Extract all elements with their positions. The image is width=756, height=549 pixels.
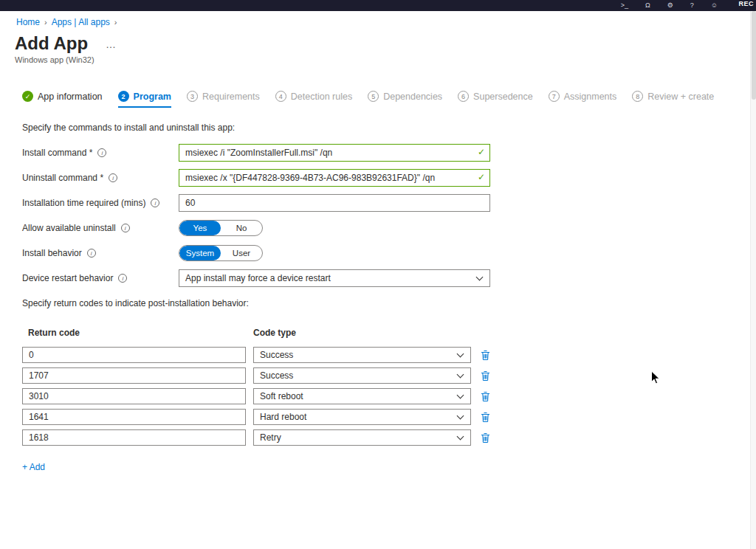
step-label: App information bbox=[38, 92, 103, 102]
step-number-icon: 6 bbox=[458, 91, 469, 102]
step-label: Assignments bbox=[564, 92, 617, 102]
allow-uninstall-label: Allow available uninstall i bbox=[22, 223, 179, 233]
return-codes-section-heading: Specify return codes to indicate post-in… bbox=[22, 298, 756, 308]
label-text: Install behavior bbox=[22, 248, 82, 258]
delete-row-button[interactable] bbox=[481, 432, 490, 443]
step-requirements[interactable]: 3 Requirements bbox=[187, 91, 260, 108]
step-label: Detection rules bbox=[291, 92, 352, 102]
allow-uninstall-row: Allow available uninstall i Yes No bbox=[22, 219, 756, 237]
help-icon[interactable]: ? bbox=[690, 2, 694, 9]
settings-gear-icon[interactable]: ⚙ bbox=[667, 2, 673, 9]
step-number-icon: 2 bbox=[118, 91, 129, 102]
toggle-option-yes[interactable]: Yes bbox=[179, 221, 221, 235]
delete-row-button[interactable] bbox=[481, 391, 490, 402]
trash-icon bbox=[481, 350, 490, 361]
scrollbar[interactable] bbox=[750, 11, 756, 549]
install-time-row: Installation time required (mins) i bbox=[22, 194, 756, 212]
code-type-dropdown[interactable]: Hard reboot bbox=[253, 409, 471, 425]
step-detection-rules[interactable]: 4 Detection rules bbox=[275, 91, 352, 108]
code-type-dropdown[interactable]: Retry bbox=[253, 429, 471, 446]
dropdown-value: Success bbox=[260, 370, 293, 381]
step-label: Program bbox=[134, 92, 171, 102]
return-code-input[interactable] bbox=[22, 409, 246, 425]
info-icon[interactable]: i bbox=[97, 148, 106, 157]
delete-row-button[interactable] bbox=[481, 370, 490, 381]
chevron-down-icon bbox=[457, 412, 464, 419]
label-text: Install command * bbox=[22, 148, 92, 158]
return-code-column-header: Return code bbox=[22, 328, 253, 338]
more-menu-button[interactable]: … bbox=[106, 38, 117, 53]
uninstall-command-label: Uninstall command * i bbox=[22, 173, 179, 183]
return-code-input[interactable] bbox=[22, 347, 246, 363]
breadcrumb-separator-icon: › bbox=[44, 18, 47, 27]
install-behavior-row: Install behavior i System User bbox=[22, 244, 756, 262]
step-label: Supersedence bbox=[473, 92, 533, 102]
scrollbar-thumb[interactable] bbox=[752, 11, 756, 100]
page-title: Add App bbox=[15, 34, 88, 53]
notifications-icon[interactable]: Ω bbox=[645, 2, 650, 9]
dropdown-value: Retry bbox=[260, 432, 281, 443]
return-code-input[interactable] bbox=[22, 388, 246, 404]
info-icon[interactable]: i bbox=[151, 198, 159, 207]
label-text: Installation time required (mins) bbox=[22, 198, 145, 208]
recording-indicator: REC bbox=[738, 0, 754, 7]
step-dependencies[interactable]: 5 Dependencies bbox=[368, 91, 442, 108]
code-type-dropdown[interactable]: Success bbox=[253, 347, 471, 363]
page-subtitle: Windows app (Win32) bbox=[15, 55, 756, 64]
chevron-down-icon bbox=[476, 273, 484, 280]
step-label: Dependencies bbox=[383, 92, 442, 102]
return-codes-rows: Success Success bbox=[22, 347, 756, 446]
info-icon[interactable]: i bbox=[121, 224, 130, 232]
valid-check-icon: ✓ bbox=[478, 173, 485, 182]
breadcrumb-home[interactable]: Home bbox=[16, 17, 40, 27]
dropdown-value: App install may force a device restart bbox=[185, 273, 331, 283]
delete-row-button[interactable] bbox=[481, 412, 490, 423]
step-supersedence[interactable]: 6 Supersedence bbox=[458, 91, 533, 108]
return-code-row: Hard reboot bbox=[22, 409, 756, 425]
step-app-information[interactable]: ✓ App information bbox=[22, 91, 103, 108]
step-number-icon: 7 bbox=[549, 91, 560, 102]
chevron-down-icon bbox=[457, 350, 464, 357]
toggle-option-system[interactable]: System bbox=[179, 246, 221, 260]
install-command-input-wrap: ✓ bbox=[179, 144, 490, 162]
breadcrumb-all-apps[interactable]: Apps | All apps bbox=[52, 17, 110, 27]
code-type-dropdown[interactable]: Soft reboot bbox=[253, 388, 471, 404]
step-number-icon: 8 bbox=[632, 91, 643, 102]
step-number-icon: 5 bbox=[368, 91, 379, 102]
restart-behavior-label: Device restart behavior i bbox=[22, 273, 179, 283]
info-icon[interactable]: i bbox=[118, 274, 127, 283]
toggle-option-no[interactable]: No bbox=[221, 221, 262, 235]
step-complete-check-icon: ✓ bbox=[22, 91, 33, 102]
return-code-input[interactable] bbox=[22, 367, 246, 384]
install-command-input[interactable] bbox=[179, 144, 490, 162]
main-content: Home › Apps | All apps › Add App … Windo… bbox=[0, 11, 756, 473]
chevron-down-icon bbox=[457, 391, 464, 398]
delete-row-button[interactable] bbox=[481, 350, 490, 361]
allow-uninstall-toggle[interactable]: Yes No bbox=[179, 220, 263, 236]
return-code-row: Success bbox=[22, 367, 756, 384]
top-bar: >_ Ω ⚙ ? ☺ REC bbox=[0, 0, 756, 11]
step-number-icon: 4 bbox=[275, 91, 286, 102]
step-review-create[interactable]: 8 Review + create bbox=[632, 91, 714, 108]
code-type-column-header: Code type bbox=[253, 328, 296, 338]
device-restart-dropdown[interactable]: App install may force a device restart bbox=[179, 269, 490, 287]
install-time-input[interactable] bbox=[179, 194, 490, 212]
install-behavior-toggle[interactable]: System User bbox=[179, 245, 263, 261]
info-icon[interactable]: i bbox=[87, 249, 96, 258]
step-assignments[interactable]: 7 Assignments bbox=[549, 91, 617, 108]
add-return-code-button[interactable]: + Add bbox=[22, 462, 45, 472]
return-code-input[interactable] bbox=[22, 429, 246, 446]
uninstall-command-input[interactable] bbox=[179, 169, 490, 187]
feedback-icon[interactable]: ☺ bbox=[711, 2, 718, 9]
cloud-shell-icon[interactable]: >_ bbox=[621, 2, 628, 9]
dropdown-value: Hard reboot bbox=[260, 412, 306, 422]
label-text: Device restart behavior bbox=[22, 273, 113, 283]
code-type-dropdown[interactable]: Success bbox=[253, 367, 471, 384]
install-behavior-label: Install behavior i bbox=[22, 248, 179, 258]
toggle-option-user[interactable]: User bbox=[221, 246, 262, 260]
dropdown-value: Success bbox=[260, 350, 293, 360]
step-program[interactable]: 2 Program bbox=[118, 91, 171, 108]
info-icon[interactable]: i bbox=[109, 173, 117, 182]
breadcrumb: Home › Apps | All apps › bbox=[15, 17, 756, 27]
wizard-steps: ✓ App information 2 Program 3 Requiremen… bbox=[15, 91, 756, 108]
